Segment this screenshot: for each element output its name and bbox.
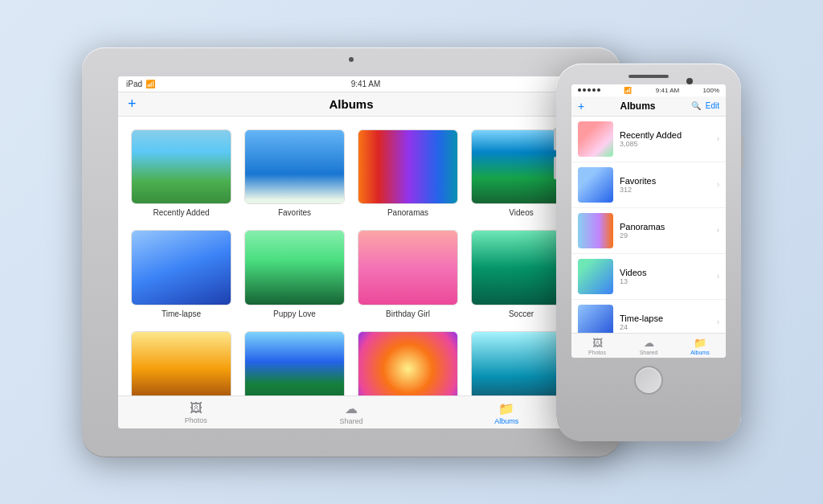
ipad-album-item-timelapse[interactable]: Time-lapse (131, 230, 231, 318)
ipad-tab-shared[interactable]: ☁ Shared (273, 400, 428, 427)
iphone-tab-label-albums: Albums (690, 350, 709, 355)
iphone-list-count-videos: 13 (620, 277, 717, 285)
ipad-album-fill-favorites (245, 130, 344, 204)
iphone-wifi-icon: 📶 (624, 87, 632, 94)
ipad-album-fill-timelapse (132, 231, 231, 305)
ipad-tab-photos[interactable]: 🖼 Photos (118, 400, 273, 427)
signal-dot-1 (578, 88, 581, 92)
iphone-title: Albums (620, 100, 655, 112)
ipad-album-item-birthday-girl[interactable]: Birthday Girl (358, 230, 458, 318)
iphone-battery: 100% (703, 87, 719, 94)
iphone-home-button[interactable] (634, 366, 663, 395)
ipad-album-item-recently-added[interactable]: Recently Added (131, 129, 231, 218)
ipad-album-thumb-recently-added (131, 129, 231, 205)
ipad-album-label-timelapse: Time-lapse (162, 309, 201, 318)
signal-dot-4 (592, 88, 596, 92)
iphone-list-info-recently-added: Recently Added 3,085 (620, 130, 717, 148)
ipad-tab-icon-photos: 🖼 (190, 401, 203, 416)
ipad-album-thumb-favorites (244, 129, 345, 205)
iphone-list-name-timelapse: Time-lapse (620, 313, 717, 323)
iphone-tab-photos[interactable]: 🖼 Photos (571, 336, 623, 356)
iphone-list-name-panoramas: Panoramas (620, 222, 717, 232)
ipad-album-label-panoramas: Panoramas (387, 208, 428, 217)
ipad-scroll-area: Recently Added Favorites Panoramas Video… (118, 117, 584, 395)
ipad-album-fill-panoramas (358, 130, 457, 204)
iphone-screen: 📶 9:41 AM 100% + Albums 🔍 Edit (571, 84, 726, 358)
iphone-navbar-actions: 🔍 Edit (691, 101, 719, 110)
iphone-tab-shared[interactable]: ☁ Shared (623, 336, 674, 356)
ipad-album-thumb-flower (358, 331, 458, 395)
ipad-tabbar: 🖼 Photos ☁ Shared 📁 Albums (118, 395, 584, 428)
ipad-album-thumb-panoramas (358, 129, 458, 205)
iphone-list-fill-recently-added (578, 121, 613, 157)
iphone-list-chevron-panoramas: › (717, 226, 719, 235)
iphone-power-button[interactable] (741, 136, 743, 168)
iphone-search-button[interactable]: 🔍 (691, 101, 701, 110)
ipad-album-label-soccer: Soccer (509, 309, 534, 318)
ipad-album-grid: Recently Added Favorites Panoramas Video… (118, 117, 584, 395)
iphone-list-item-recently-added[interactable]: Recently Added 3,085 › (571, 117, 726, 162)
signal-dot-2 (583, 88, 586, 92)
iphone-list-fill-videos (578, 259, 613, 294)
iphone-tab-label-photos: Photos (588, 350, 606, 355)
iphone-list-fill-favorites (578, 167, 613, 203)
ipad-camera (349, 57, 354, 62)
ipad-body: iPad 📶 9:41 AM + Albums (82, 47, 620, 457)
iphone-list-count-timelapse: 24 (620, 323, 717, 331)
iphone-list-chevron-favorites: › (717, 180, 719, 189)
ipad-tab-icon-albums: 📁 (498, 401, 514, 416)
ipad-album-fill-landscape2 (245, 332, 344, 395)
iphone-list-item-timelapse[interactable]: Time-lapse 24 › (571, 300, 726, 333)
iphone-list-info-videos: Videos 13 (620, 268, 717, 285)
iphone-navbar: + Albums 🔍 Edit (571, 96, 726, 117)
iphone-tabbar: 🖼 Photos ☁ Shared 📁 Albums (571, 333, 726, 358)
iphone-list-thumb-panoramas (578, 213, 613, 248)
ipad-album-item-selfie[interactable] (131, 331, 231, 395)
iphone-tab-icon-photos: 🖼 (592, 337, 603, 349)
ipad-album-thumb-birthday-girl (358, 230, 458, 305)
ipad-album-fill-puppy-love (245, 231, 344, 305)
iphone-list-chevron-videos: › (717, 272, 719, 281)
iphone-list-count-panoramas: 29 (620, 232, 717, 240)
iphone-vol-down-button[interactable] (554, 157, 556, 179)
ipad-navbar: + Albums (118, 92, 584, 117)
ipad-album-thumb-timelapse (131, 230, 231, 305)
iphone-list-chevron-recently-added: › (717, 134, 719, 143)
iphone-vol-up-button[interactable] (554, 128, 556, 150)
iphone-list-info-favorites: Favorites 312 (620, 176, 717, 194)
iphone-list-fill-panoramas (578, 213, 613, 248)
ipad-tab-icon-shared: ☁ (345, 401, 358, 416)
iphone-plus-button[interactable]: + (578, 100, 584, 113)
ipad-statusbar: iPad 📶 9:41 AM (118, 76, 584, 92)
iphone-statusbar: 📶 9:41 AM 100% (571, 84, 726, 96)
iphone-list-chevron-timelapse: › (717, 318, 719, 326)
ipad-album-item-flower[interactable] (358, 331, 458, 395)
ipad-album-item-puppy-love[interactable]: Puppy Love (244, 230, 345, 318)
scene: iPad 📶 9:41 AM + Albums (0, 0, 823, 504)
ipad-album-item-landscape2[interactable] (244, 331, 345, 395)
iphone-list-name-recently-added: Recently Added (620, 130, 717, 140)
iphone-list-info-panoramas: Panoramas 29 (620, 222, 717, 240)
iphone-content: 📶 9:41 AM 100% + Albums 🔍 Edit (571, 84, 726, 358)
ipad-album-item-panoramas[interactable]: Panoramas (358, 129, 458, 218)
ipad-title: Albums (329, 97, 373, 111)
iphone-edit-button[interactable]: Edit (706, 101, 719, 110)
ipad-album-label-videos: Videos (509, 208, 533, 217)
iphone-tab-icon-shared: ☁ (644, 337, 654, 349)
iphone-list-name-favorites: Favorites (620, 176, 717, 186)
ipad-plus-button[interactable]: + (128, 96, 137, 113)
iphone-list-item-panoramas[interactable]: Panoramas 29 › (571, 208, 726, 254)
iphone-list-item-videos[interactable]: Videos 13 › (571, 254, 726, 300)
ipad-album-label-puppy-love: Puppy Love (273, 309, 316, 318)
iphone-time: 9:41 AM (656, 87, 679, 94)
iphone-list-name-videos: Videos (620, 268, 717, 277)
iphone-album-list: Recently Added 3,085 › Favorites 312 › P… (571, 117, 726, 333)
signal-dot-5 (597, 88, 600, 92)
iphone-signal (578, 88, 600, 92)
iphone-tab-albums[interactable]: 📁 Albums (674, 336, 726, 356)
ipad-album-label-favorites: Favorites (278, 208, 311, 217)
iphone-speaker (629, 75, 669, 78)
ipad-album-item-favorites[interactable]: Favorites (244, 129, 345, 218)
ipad-content: iPad 📶 9:41 AM + Albums (118, 76, 584, 428)
iphone-list-item-favorites[interactable]: Favorites 312 › (571, 162, 726, 208)
